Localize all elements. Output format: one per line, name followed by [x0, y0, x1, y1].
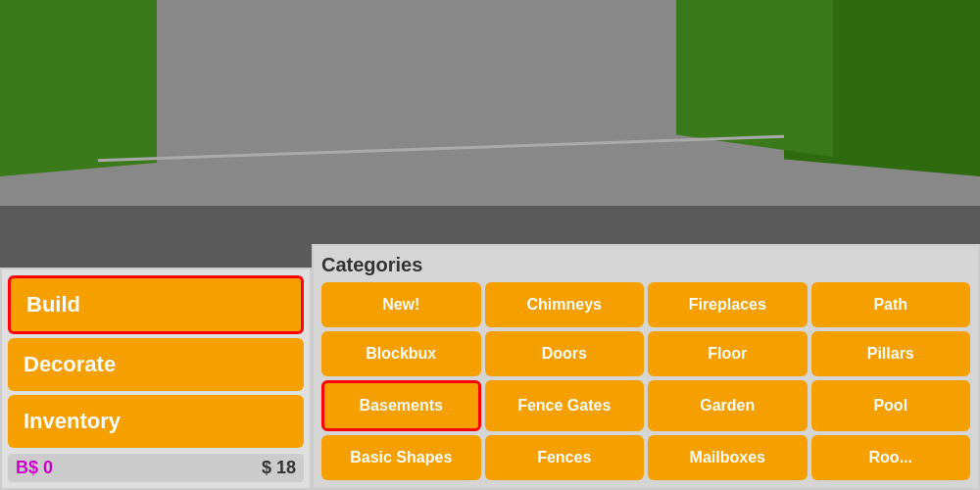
- category-button-new-[interactable]: New!: [321, 282, 481, 327]
- categories-grid: New!ChimneysFireplacesPathBlockbuxDoorsF…: [321, 282, 970, 480]
- inventory-button[interactable]: Inventory: [8, 395, 304, 448]
- category-button-fireplaces[interactable]: Fireplaces: [648, 282, 808, 327]
- category-button-roo---[interactable]: Roo...: [811, 435, 971, 480]
- currency-bar: B$ 0 $ 18: [8, 454, 304, 482]
- left-panel: Build Decorate Inventory B$ 0 $ 18: [0, 268, 312, 490]
- category-button-fence-gates[interactable]: Fence Gates: [485, 380, 645, 431]
- category-button-garden[interactable]: Garden: [648, 380, 808, 431]
- category-button-floor[interactable]: Floor: [648, 331, 808, 376]
- category-button-fences[interactable]: Fences: [485, 435, 645, 480]
- right-panel: Categories New!ChimneysFireplacesPathBlo…: [312, 244, 980, 490]
- category-button-pillars[interactable]: Pillars: [811, 331, 971, 376]
- category-button-mailboxes[interactable]: Mailboxes: [648, 435, 808, 480]
- grass-right2: [676, 0, 833, 157]
- road: [0, 0, 980, 206]
- category-button-doors[interactable]: Doors: [485, 331, 645, 376]
- grass-left: [0, 0, 157, 176]
- categories-title: Categories: [321, 254, 970, 276]
- road-line: [98, 135, 784, 162]
- build-button[interactable]: Build: [8, 275, 304, 334]
- category-button-path[interactable]: Path: [811, 282, 971, 327]
- category-button-basic-shapes[interactable]: Basic Shapes: [321, 435, 481, 480]
- category-button-blockbux[interactable]: Blockbux: [321, 331, 481, 376]
- category-button-chimneys[interactable]: Chimneys: [485, 282, 645, 327]
- category-button-pool[interactable]: Pool: [811, 380, 971, 431]
- dollar-amount: $ 18: [262, 458, 296, 478]
- category-button-basements[interactable]: Basements: [321, 380, 481, 431]
- bs-currency: B$ 0: [16, 458, 53, 478]
- decorate-button[interactable]: Decorate: [8, 338, 304, 391]
